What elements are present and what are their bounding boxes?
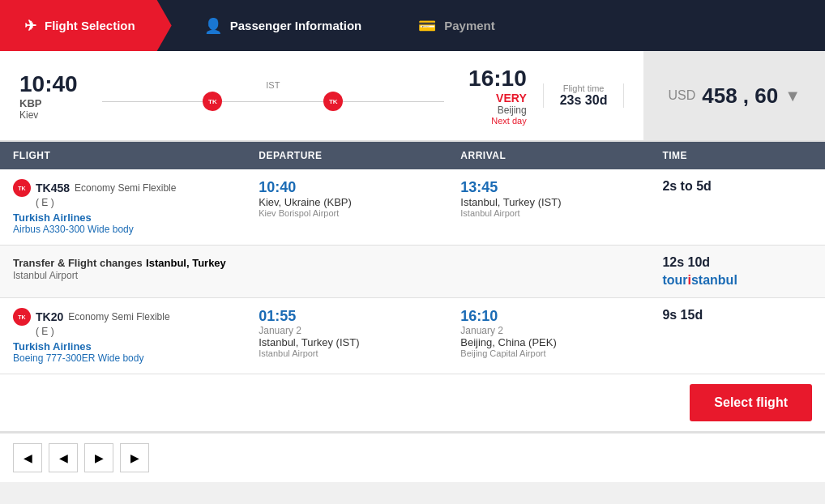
aircraft-model-tk20: Boeing 777-300ER bbox=[13, 352, 95, 364]
page-btn-3[interactable]: ▶ bbox=[84, 443, 113, 472]
flight-header-tk20: TK TK20 Economy Semi Flexible bbox=[13, 308, 233, 326]
arr-city-tk458: Istanbul, Turkey (IST) bbox=[460, 196, 636, 208]
table-header: FLIGHT DEPARTURE ARRIVAL TIME bbox=[0, 142, 825, 169]
flight-icon: ✈ bbox=[24, 17, 36, 35]
fare-class-tk458: Economy Semi Flexible bbox=[75, 182, 176, 194]
dep-date-tk20: January 2 bbox=[259, 325, 434, 336]
aircraft-model-tk458: Airbus A330-300 bbox=[13, 224, 85, 235]
ta-logo-tk458: TK bbox=[13, 179, 31, 197]
arr-airport-tk20: Beijing Capital Airport bbox=[460, 348, 636, 358]
summary-main: 10:40 KBP Kiev IST TK TK 16:10 VERY Beij… bbox=[0, 51, 643, 140]
col-departure: DEPARTURE bbox=[246, 142, 447, 169]
summary-arr-quality: VERY bbox=[468, 92, 527, 105]
summary-dep-city: Kiev bbox=[19, 109, 78, 121]
nav-step-payment[interactable]: 💳 Payment bbox=[386, 0, 519, 51]
table-header-row: FLIGHT DEPARTURE ARRIVAL TIME bbox=[0, 142, 825, 169]
col-time: TIME bbox=[649, 142, 825, 169]
dep-info-tk458: 10:40 Kiev, Ukraine (KBP) Kiev Borispol … bbox=[246, 169, 447, 246]
price-chevron-icon[interactable]: ▼ bbox=[784, 87, 801, 105]
duration-value-tk458: 2s to 5d bbox=[662, 179, 812, 194]
arr-airport-tk458: Istanbul Airport bbox=[460, 208, 636, 218]
navigation-bar: ✈ Flight Selection 👤 Passenger Informati… bbox=[0, 0, 825, 51]
transfer-duration-cell: 12s 10d touristanbul bbox=[649, 246, 825, 298]
summary-arr-time: 16:10 bbox=[468, 66, 527, 92]
arr-time-tk20: 16:10 bbox=[460, 308, 636, 325]
action-cell: Select flight bbox=[0, 374, 825, 432]
flight-header-tk458: TK TK458 Economy Semi Flexible bbox=[13, 179, 233, 197]
nav-step-payment-label: Payment bbox=[444, 19, 495, 32]
summary-flight-line: IST TK TK bbox=[94, 80, 452, 111]
flight-info-tk20: TK TK20 Economy Semi Flexible ( E ) Turk… bbox=[0, 298, 246, 374]
dep-airport-tk458: Kiev Borispol Airport bbox=[259, 208, 434, 218]
flight-info-tk458: TK TK458 Economy Semi Flexible ( E ) Tur… bbox=[0, 169, 246, 246]
nav-step-flight-selection[interactable]: ✈ Flight Selection bbox=[0, 0, 172, 51]
line-right bbox=[343, 101, 444, 102]
pagination-bar: ◀ ◀ ▶ ▶ bbox=[0, 432, 825, 482]
summary-departure: 10:40 KBP Kiev bbox=[19, 71, 78, 121]
payment-icon: 💳 bbox=[418, 17, 436, 35]
page-btn-4[interactable]: ▶ bbox=[120, 443, 149, 472]
aircraft-tk458: Airbus A330-300 Wide body bbox=[13, 224, 233, 235]
summary-flight-time: Flight time 23s 30d bbox=[543, 83, 625, 108]
aircraft-type-tk458: Wide body bbox=[88, 224, 134, 235]
airline-logo-summary-right: TK bbox=[323, 92, 343, 111]
arr-info-tk20: 16:10 January 2 Beijing, China (PEK) Bei… bbox=[447, 298, 649, 374]
summary-flight-time-label: Flight time bbox=[563, 83, 605, 93]
transfer-title: Transfer & Flight changes bbox=[13, 257, 143, 269]
fare-class-tk20: Economy Semi Flexible bbox=[68, 311, 169, 322]
col-arrival: ARRIVAL bbox=[447, 142, 649, 169]
transfer-row: Transfer & Flight changes Istanbul, Turk… bbox=[0, 246, 825, 298]
action-row: Select flight bbox=[0, 374, 825, 432]
flight-table: FLIGHT DEPARTURE ARRIVAL TIME TK TK458 E… bbox=[0, 142, 825, 432]
transfer-airport: Istanbul Airport bbox=[13, 270, 636, 281]
aircraft-tk20: Boeing 777-300ER Wide body bbox=[13, 352, 233, 364]
col-flight: FLIGHT bbox=[0, 142, 246, 169]
airline-logo-summary-left: TK bbox=[203, 92, 222, 111]
flight-num-tk458: TK458 bbox=[36, 182, 70, 194]
dep-city-tk20: Istanbul, Turkey (IST) bbox=[259, 336, 434, 348]
summary-price-amount: 458 , 60 bbox=[702, 83, 778, 109]
table-row: TK TK20 Economy Semi Flexible ( E ) Turk… bbox=[0, 298, 825, 374]
nav-step-passenger-label: Passenger Information bbox=[230, 19, 362, 32]
summary-iata-label: IST bbox=[266, 80, 280, 90]
summary-flight-time-value: 23s 30d bbox=[560, 93, 608, 108]
select-flight-button[interactable]: Select flight bbox=[690, 384, 812, 421]
arr-date-tk20: January 2 bbox=[460, 325, 636, 336]
duration-value-tk20: 9s 15d bbox=[662, 308, 812, 322]
line-mid bbox=[222, 101, 323, 102]
transfer-location: Istanbul, Turkey bbox=[146, 257, 226, 269]
airline-tk458: Turkish Airlines bbox=[13, 211, 233, 224]
dep-airport-tk20: Istanbul Airport bbox=[259, 348, 434, 358]
arr-time-tk458: 13:45 bbox=[460, 179, 636, 196]
fare-code-tk458: ( E ) bbox=[13, 197, 233, 208]
nav-step-flight-label: Flight Selection bbox=[45, 19, 135, 32]
dep-info-tk20: 01:55 January 2 Istanbul, Turkey (IST) I… bbox=[246, 298, 447, 374]
table-body: TK TK458 Economy Semi Flexible ( E ) Tur… bbox=[0, 169, 825, 432]
dep-time-tk20: 01:55 bbox=[259, 308, 434, 325]
page-btn-1[interactable]: ◀ bbox=[13, 443, 42, 472]
nav-step-passenger-information[interactable]: 👤 Passenger Information bbox=[172, 0, 387, 51]
summary-arrival: 16:10 VERY Beijing Next day bbox=[468, 66, 527, 126]
duration-tk458: 2s to 5d bbox=[649, 169, 825, 246]
touristanbul-logo: touristanbul bbox=[662, 273, 812, 288]
passenger-icon: 👤 bbox=[204, 17, 222, 35]
line-row: TK TK bbox=[102, 92, 444, 111]
line-left bbox=[102, 101, 203, 102]
summary-dep-time: 10:40 bbox=[19, 71, 78, 97]
summary-arr-next-day: Next day bbox=[468, 116, 527, 126]
transfer-duration: 12s 10d bbox=[662, 255, 812, 270]
summary-price-block[interactable]: USD 458 , 60 ▼ bbox=[643, 51, 825, 140]
duration-tk20: 9s 15d bbox=[649, 298, 825, 374]
summary-price-currency: USD bbox=[668, 88, 695, 103]
page-btn-2[interactable]: ◀ bbox=[49, 443, 78, 472]
arr-city-tk20: Beijing, China (PEK) bbox=[460, 336, 636, 348]
fare-code-tk20: ( E ) bbox=[13, 326, 233, 337]
summary-arr-dest: Beijing bbox=[468, 105, 527, 116]
arr-info-tk458: 13:45 Istanbul, Turkey (IST) Istanbul Ai… bbox=[447, 169, 649, 246]
flight-num-tk20: TK20 bbox=[36, 310, 63, 323]
flight-summary-card: 10:40 KBP Kiev IST TK TK 16:10 VERY Beij… bbox=[0, 51, 825, 142]
aircraft-type-tk20: Wide body bbox=[98, 352, 144, 364]
dep-time-tk458: 10:40 bbox=[259, 179, 434, 196]
ta-logo-tk20: TK bbox=[13, 308, 31, 326]
dep-city-tk458: Kiev, Ukraine (KBP) bbox=[259, 196, 434, 208]
